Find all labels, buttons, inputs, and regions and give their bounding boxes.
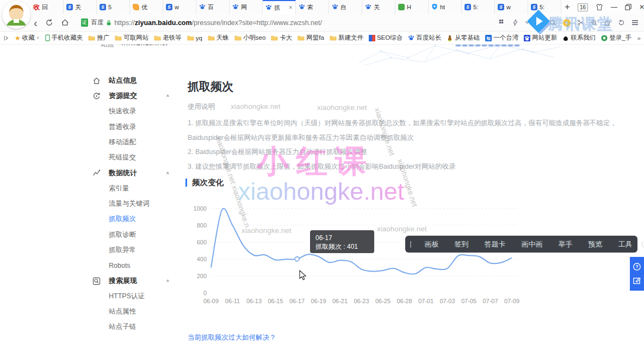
sidebar-item-索引量[interactable]: 索引量 bbox=[82, 181, 185, 196]
screenshot-root: 收回5关55优5w百网抓✕索自关Hht55:5w55: + 16 — ✕ ‹ 证… bbox=[0, 0, 644, 344]
toolbar-item-工具[interactable]: 工具 bbox=[610, 239, 640, 249]
browser-tab[interactable]: 网 bbox=[230, 0, 263, 14]
sidebar-item-抓取频次[interactable]: 抓取频次 bbox=[82, 212, 185, 227]
sidebar-item-数据统计[interactable]: 数据统计∧ bbox=[82, 165, 185, 181]
sidebar-item-label: 死链提交 bbox=[109, 153, 136, 162]
phone-icon bbox=[45, 34, 50, 41]
sidebar-item-死链提交[interactable]: 死链提交 bbox=[82, 150, 185, 165]
minimize-button[interactable]: — bbox=[611, 3, 617, 11]
theme-icon[interactable] bbox=[596, 3, 603, 11]
toolbar-item-画中画[interactable]: 画中画 bbox=[513, 239, 550, 249]
tab-close-icon[interactable]: ✕ bbox=[288, 5, 293, 10]
highlighted-data-point[interactable] bbox=[295, 257, 299, 261]
browser-tab[interactable]: 5关 bbox=[64, 0, 97, 14]
browser-tab[interactable]: 索 bbox=[296, 0, 329, 14]
svg-text:知: 知 bbox=[486, 36, 491, 41]
tab-title: 百 bbox=[208, 3, 214, 11]
power-icon[interactable] bbox=[640, 240, 644, 249]
bookmark-item[interactable]: 小明seo bbox=[232, 34, 269, 42]
home-icon[interactable] bbox=[61, 19, 69, 27]
folder-icon bbox=[88, 35, 95, 41]
back-icon[interactable]: ‹ bbox=[34, 17, 38, 28]
toolbar-item-举手[interactable]: 举手 bbox=[550, 239, 580, 249]
bookmark-item[interactable]: LEE从零基础 bbox=[444, 34, 482, 42]
sidebar-item-抓取诊断[interactable]: 抓取诊断 bbox=[82, 227, 185, 242]
toolbar-drag-handle[interactable] bbox=[410, 241, 411, 248]
favicon-chinaz-icon: 5 bbox=[465, 4, 471, 10]
chevron-up-icon[interactable]: ∧ bbox=[166, 94, 170, 98]
bookmark-label: 小明seo bbox=[243, 34, 266, 42]
browser-tab[interactable]: H bbox=[395, 0, 429, 14]
tab-title: 抓 bbox=[274, 4, 280, 12]
sidebar-item-普通收录[interactable]: 普通收录 bbox=[82, 119, 185, 134]
bookmark-item[interactable]: 卡大 bbox=[268, 34, 295, 42]
tab-title: 优 bbox=[141, 3, 147, 11]
tab-controls: + 16 — ✕ bbox=[565, 0, 644, 14]
bookmark-item[interactable]: 手机收藏夹 bbox=[42, 34, 86, 42]
bookmark-item[interactable]: ★收藏∨ bbox=[12, 34, 42, 42]
folder-icon bbox=[187, 35, 194, 41]
help-icon[interactable]: ? bbox=[633, 262, 641, 271]
toolbar-item-预览[interactable]: 预览 bbox=[580, 239, 610, 249]
bookmark-item[interactable]: 网盟fa bbox=[295, 34, 327, 42]
new-tab-button[interactable]: + bbox=[565, 2, 570, 13]
browser-tab[interactable]: ht bbox=[429, 0, 462, 14]
refresh-icon[interactable] bbox=[45, 19, 53, 27]
bookmark-item[interactable]: 推广 bbox=[85, 34, 112, 42]
bookmark-item[interactable]: 老铁等 bbox=[151, 34, 184, 42]
browser-tab[interactable]: 收回 bbox=[30, 0, 64, 14]
chevron-up-icon[interactable]: ∧ bbox=[166, 279, 170, 283]
favicon-chinaz-icon: 5 bbox=[498, 4, 504, 10]
browser-tab[interactable]: 百 bbox=[196, 0, 230, 14]
chevron-down-icon: ∨ bbox=[36, 35, 40, 40]
bookmark-item[interactable]: yq bbox=[184, 35, 205, 41]
bookmark-item[interactable]: 新建文件 bbox=[327, 34, 366, 42]
bookmark-item[interactable]: 联系我们 bbox=[560, 34, 598, 42]
toolbar-item-画板[interactable]: 画板 bbox=[417, 239, 447, 249]
chevron-up-icon[interactable]: ∧ bbox=[166, 171, 170, 175]
sidebar-item-快速收录[interactable]: 快速收录 bbox=[82, 104, 185, 119]
tab-title: 5: bbox=[473, 4, 478, 10]
bookmark-item[interactable]: 天蛛 bbox=[205, 34, 232, 42]
history-icon[interactable] bbox=[618, 19, 625, 26]
sidebar-item-移动适配[interactable]: 移动适配 bbox=[82, 134, 185, 150]
browser-tab[interactable]: 55 bbox=[97, 0, 130, 14]
sidebar-item-label: Robots bbox=[109, 262, 131, 269]
bookmark-item[interactable]: SEO综合 bbox=[366, 34, 405, 42]
bookmarks-overflow-icon[interactable]: » bbox=[637, 35, 641, 41]
restore-button[interactable] bbox=[625, 4, 631, 10]
sidebar-item-搜索展现[interactable]: 搜索展现∧ bbox=[82, 273, 185, 288]
address-bar[interactable]: 证 百度 https://ziyuan.baidu.com/pressure/i… bbox=[81, 19, 322, 27]
sidebar-item-抓取异常[interactable]: 抓取异常 bbox=[82, 242, 185, 257]
menu-icon[interactable] bbox=[631, 20, 639, 26]
browser-tab[interactable]: 优 bbox=[130, 0, 163, 14]
browser-tab[interactable]: 关 bbox=[362, 0, 395, 14]
tab-counter[interactable]: 16 bbox=[578, 3, 588, 11]
sidebar-item-资源提交[interactable]: 资源提交∧ bbox=[82, 88, 185, 103]
bookmark-item[interactable]: 百度站长 bbox=[405, 34, 444, 42]
apps-grid-icon[interactable] bbox=[499, 19, 506, 26]
sidebar-item-站点子链[interactable]: 站点子链 bbox=[82, 320, 185, 335]
browser-tab[interactable]: 自 bbox=[329, 0, 362, 14]
browser-tab[interactable]: 5w bbox=[495, 0, 528, 14]
sidebar-item-Robots[interactable]: Robots bbox=[82, 258, 185, 273]
browser-tab[interactable]: 55: bbox=[462, 0, 495, 14]
bookmark-item[interactable]: 知一个台湾 bbox=[482, 34, 521, 42]
lightning-icon[interactable] bbox=[512, 19, 518, 26]
close-window-button[interactable]: ✕ bbox=[639, 3, 644, 11]
bookmarks-panel-toggle-icon[interactable] bbox=[3, 35, 10, 41]
sidebar-item-流量与关键词[interactable]: 流量与关键词 bbox=[82, 196, 185, 211]
sidebar-item-站点属性[interactable]: 站点属性 bbox=[82, 304, 185, 319]
crawl-frequency-chart[interactable]: 0200400600800100006-0906-1106-1306-1506-… bbox=[183, 202, 542, 314]
bookmark-item[interactable]: 可取网站 bbox=[112, 34, 151, 42]
toolbar-item-答题卡[interactable]: 答题卡 bbox=[476, 239, 513, 249]
help-link[interactable]: 当前抓取频次过大如何解决？ bbox=[188, 333, 276, 342]
bookmark-item[interactable]: 登录_手 bbox=[598, 34, 634, 42]
browser-tab[interactable]: 5w bbox=[163, 0, 196, 14]
sidebar-item-HTTPS认证[interactable]: HTTPS认证 bbox=[82, 288, 185, 304]
toolbar-item-签到[interactable]: 签到 bbox=[447, 239, 476, 249]
feedback-form-icon[interactable] bbox=[633, 277, 641, 285]
browser-tab[interactable]: 抓✕ bbox=[263, 0, 296, 14]
sidebar-item-站点信息[interactable]: 站点信息 bbox=[82, 73, 185, 88]
user-avatar[interactable] bbox=[2, 1, 30, 29]
